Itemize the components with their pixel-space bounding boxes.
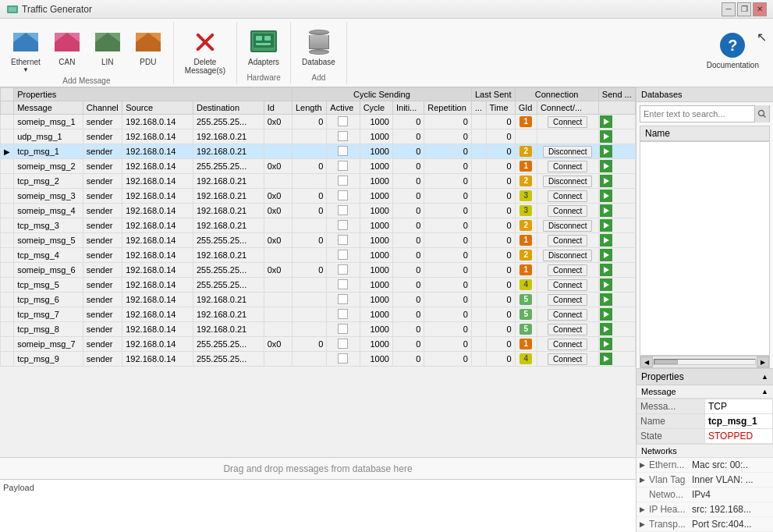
send-button[interactable] bbox=[600, 145, 612, 158]
cell-send[interactable] bbox=[598, 263, 635, 278]
connect-button[interactable]: Connect bbox=[548, 264, 587, 276]
network-item[interactable]: Netwo... IPv4 bbox=[636, 488, 773, 502]
send-button[interactable] bbox=[600, 234, 612, 246]
send-button[interactable] bbox=[600, 204, 612, 217]
connect-button[interactable]: Connect bbox=[548, 339, 587, 350]
cell-active[interactable] bbox=[327, 248, 360, 263]
cell-connect[interactable]: Connect bbox=[537, 352, 598, 367]
connect-button[interactable]: Connect bbox=[548, 235, 587, 246]
th-connect[interactable]: Connect/... bbox=[537, 101, 598, 115]
cell-send[interactable] bbox=[598, 129, 635, 144]
table-row[interactable]: tcp_msg_5 sender 192.168.0.14 255.255.25… bbox=[1, 278, 636, 293]
table-row[interactable]: someip_msg_6 sender 192.168.0.14 255.255… bbox=[1, 263, 636, 278]
delete-messages-button[interactable]: Delete Message(s) bbox=[180, 25, 230, 78]
cell-send[interactable] bbox=[598, 293, 635, 307]
table-row[interactable]: tcp_msg_7 sender 192.168.0.14 192.168.0.… bbox=[1, 307, 636, 322]
message-collapse-icon[interactable]: ▲ bbox=[761, 388, 768, 395]
cell-send[interactable] bbox=[598, 307, 635, 322]
cell-active[interactable] bbox=[327, 293, 360, 307]
th-dest[interactable]: Destination bbox=[193, 101, 264, 115]
can-button[interactable]: CAN bbox=[48, 25, 86, 69]
cell-message[interactable]: someip_msg_5 bbox=[14, 233, 83, 248]
documentation-button[interactable]: ? Documentation ↖ bbox=[702, 28, 764, 73]
cell-message[interactable]: tcp_msg_4 bbox=[14, 248, 83, 263]
cell-connect[interactable]: Connect bbox=[537, 293, 598, 307]
cell-connect[interactable]: Connect bbox=[537, 322, 598, 337]
network-item[interactable]: ▶ Vlan Tag Inner VLAN: ... bbox=[636, 473, 773, 488]
cell-connect[interactable]: Disconnect bbox=[537, 248, 598, 263]
send-button[interactable] bbox=[600, 308, 612, 321]
cell-active[interactable] bbox=[327, 174, 360, 189]
th-init[interactable]: Initi... bbox=[392, 101, 424, 115]
cell-send[interactable] bbox=[598, 189, 635, 204]
cell-connect[interactable]: Connect bbox=[537, 278, 598, 293]
table-row[interactable]: someip_msg_1 sender 192.168.0.14 255.255… bbox=[1, 115, 636, 129]
th-id[interactable]: Id bbox=[264, 101, 292, 115]
cell-message[interactable]: someip_msg_4 bbox=[14, 204, 83, 218]
th-channel[interactable]: Channel bbox=[83, 101, 122, 115]
cell-connect[interactable]: Connect bbox=[537, 263, 598, 278]
cell-send[interactable] bbox=[598, 204, 635, 218]
send-button[interactable] bbox=[600, 190, 612, 202]
cell-message[interactable]: tcp_msg_3 bbox=[14, 218, 83, 233]
cell-active[interactable] bbox=[327, 159, 360, 174]
cell-active[interactable] bbox=[327, 129, 360, 144]
cell-message[interactable]: udp_msg_1 bbox=[14, 129, 83, 144]
cell-active[interactable] bbox=[327, 189, 360, 204]
cell-active[interactable] bbox=[327, 322, 360, 337]
th-time[interactable]: Time bbox=[486, 101, 515, 115]
send-button[interactable] bbox=[600, 130, 612, 143]
cell-message[interactable]: tcp_msg_8 bbox=[14, 322, 83, 337]
send-button[interactable] bbox=[600, 278, 612, 291]
db-content-area[interactable] bbox=[640, 141, 770, 356]
table-row[interactable]: tcp_msg_8 sender 192.168.0.14 192.168.0.… bbox=[1, 322, 636, 337]
send-button[interactable] bbox=[600, 353, 612, 365]
cell-connect[interactable] bbox=[537, 129, 598, 144]
cell-active[interactable] bbox=[327, 233, 360, 248]
cell-message[interactable]: someip_msg_7 bbox=[14, 337, 83, 352]
cell-message[interactable]: someip_msg_2 bbox=[14, 159, 83, 174]
connect-button[interactable]: Connect bbox=[548, 309, 587, 321]
cell-connect[interactable]: Connect bbox=[537, 189, 598, 204]
table-row[interactable]: someip_msg_4 sender 192.168.0.14 192.168… bbox=[1, 204, 636, 218]
cell-active[interactable] bbox=[327, 218, 360, 233]
table-row[interactable]: tcp_msg_2 sender 192.168.0.14 192.168.0.… bbox=[1, 174, 636, 189]
network-expand-icon[interactable]: ▶ bbox=[640, 461, 647, 469]
cell-connect[interactable]: Connect bbox=[537, 337, 598, 352]
send-button[interactable] bbox=[600, 175, 612, 187]
cell-connect[interactable]: Connect bbox=[537, 204, 598, 218]
th-active[interactable]: Active bbox=[327, 101, 360, 115]
connect-button[interactable]: Connect bbox=[548, 324, 587, 335]
send-button[interactable] bbox=[600, 293, 612, 306]
th-message[interactable]: Message bbox=[14, 101, 83, 115]
connect-button[interactable]: Connect bbox=[548, 353, 587, 365]
send-button[interactable] bbox=[600, 323, 612, 335]
send-button[interactable] bbox=[600, 249, 612, 261]
cell-active[interactable] bbox=[327, 307, 360, 322]
cell-connect[interactable]: Connect bbox=[537, 159, 598, 174]
table-row[interactable]: tcp_msg_3 sender 192.168.0.14 192.168.0.… bbox=[1, 218, 636, 233]
network-item[interactable]: ▶ Ethern... Mac src: 00:.. bbox=[636, 458, 773, 473]
connect-button[interactable]: Connect bbox=[548, 279, 587, 291]
table-row[interactable]: someip_msg_2 sender 192.168.0.14 255.255… bbox=[1, 159, 636, 174]
th-source[interactable]: Source bbox=[122, 101, 193, 115]
cell-connect[interactable]: Disconnect bbox=[537, 174, 598, 189]
table-row[interactable]: udp_msg_1 sender 192.168.0.14 192.168.0.… bbox=[1, 129, 636, 144]
cell-send[interactable] bbox=[598, 218, 635, 233]
cell-send[interactable] bbox=[598, 159, 635, 174]
network-expand-icon[interactable]: ▶ bbox=[640, 476, 647, 484]
disconnect-button[interactable]: Disconnect bbox=[543, 146, 592, 158]
search-input[interactable] bbox=[640, 108, 754, 120]
network-expand-icon[interactable]: ▶ bbox=[640, 505, 647, 513]
cell-message[interactable]: tcp_msg_1 bbox=[14, 144, 83, 159]
cell-send[interactable] bbox=[598, 174, 635, 189]
horizontal-scrollbar[interactable]: ◀ ▶ bbox=[640, 356, 770, 368]
table-row[interactable]: someip_msg_3 sender 192.168.0.14 192.168… bbox=[1, 189, 636, 204]
table-row[interactable]: someip_msg_5 sender 192.168.0.14 255.255… bbox=[1, 233, 636, 248]
network-item[interactable]: ▶ IP Hea... src: 192.168... bbox=[636, 502, 773, 517]
network-item[interactable]: ▶ Transp... Port Src:404... bbox=[636, 517, 773, 532]
disconnect-button[interactable]: Disconnect bbox=[543, 220, 592, 232]
send-button[interactable] bbox=[600, 115, 612, 128]
send-button[interactable] bbox=[600, 264, 612, 276]
cell-connect[interactable]: Connect bbox=[537, 233, 598, 248]
